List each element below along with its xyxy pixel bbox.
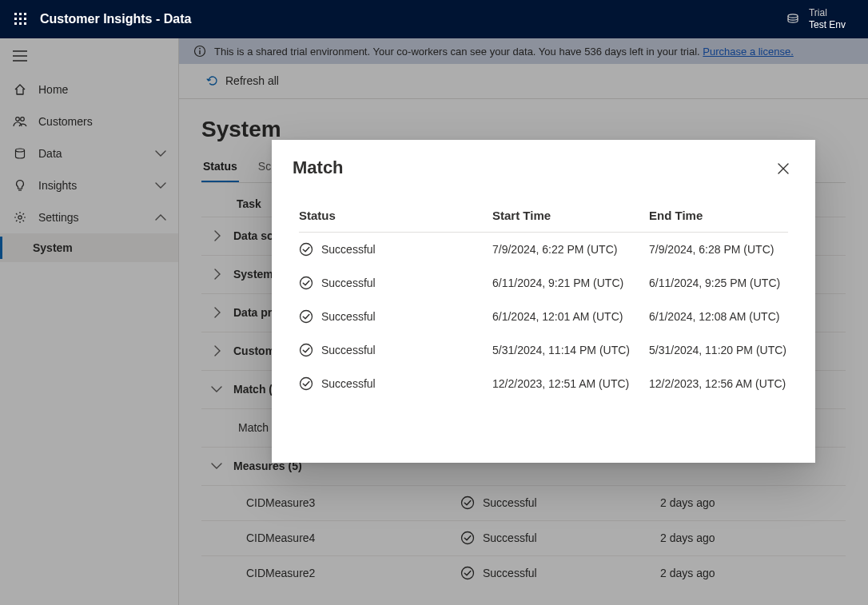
cell-end-time: 12/2/2023, 12:56 AM (UTC) bbox=[649, 377, 788, 390]
cell-start-time: 12/2/2023, 12:51 AM (UTC) bbox=[492, 377, 649, 390]
cell-status: Successful bbox=[321, 377, 376, 390]
svg-rect-8 bbox=[19, 22, 22, 25]
modal-col-start: Start Time bbox=[492, 209, 649, 222]
svg-rect-4 bbox=[14, 18, 17, 20]
cell-start-time: 5/31/2024, 11:14 PM (UTC) bbox=[492, 344, 649, 356]
modal-history-row: Successful7/9/2024, 6:22 PM (UTC)7/9/202… bbox=[299, 233, 788, 266]
cell-end-time: 5/31/2024, 11:20 PM (UTC) bbox=[649, 344, 788, 356]
environment-icon bbox=[785, 11, 801, 27]
environment-name: Test Env bbox=[809, 19, 846, 31]
cell-start-time: 6/11/2024, 9:21 PM (UTC) bbox=[492, 277, 649, 289]
cell-start-time: 7/9/2024, 6:22 PM (UTC) bbox=[492, 243, 649, 256]
success-icon bbox=[299, 376, 313, 391]
svg-rect-7 bbox=[14, 22, 17, 25]
cell-end-time: 6/11/2024, 9:25 PM (UTC) bbox=[649, 277, 788, 289]
modal-history-row: Successful5/31/2024, 11:14 PM (UTC)5/31/… bbox=[299, 333, 788, 367]
modal-col-status: Status bbox=[299, 209, 492, 222]
modal-history-row: Successful6/1/2024, 12:01 AM (UTC)6/1/20… bbox=[299, 300, 788, 333]
cell-status: Successful bbox=[321, 243, 376, 256]
modal-title: Match bbox=[293, 157, 772, 178]
modal-col-end: End Time bbox=[649, 209, 788, 222]
app-launcher-icon[interactable] bbox=[8, 6, 34, 32]
svg-rect-3 bbox=[24, 13, 26, 15]
modal-history-row: Successful12/2/2023, 12:51 AM (UTC)12/2/… bbox=[299, 367, 788, 400]
cell-status: Successful bbox=[321, 344, 376, 356]
modal-table-header: Status Start Time End Time bbox=[299, 194, 788, 233]
top-bar: Customer Insights - Data Trial Test Env bbox=[0, 0, 868, 38]
svg-rect-1 bbox=[14, 13, 17, 15]
match-history-dialog: Match Status Start Time End Time Success… bbox=[272, 140, 815, 463]
success-icon bbox=[299, 309, 313, 324]
modal-history-row: Successful6/11/2024, 9:21 PM (UTC)6/11/2… bbox=[299, 266, 788, 300]
cell-start-time: 6/1/2024, 12:01 AM (UTC) bbox=[492, 310, 649, 323]
svg-point-10 bbox=[788, 14, 798, 18]
cell-end-time: 7/9/2024, 6:28 PM (UTC) bbox=[649, 243, 788, 256]
svg-rect-9 bbox=[24, 22, 26, 25]
cell-status: Successful bbox=[321, 277, 376, 289]
cell-end-time: 6/1/2024, 12:08 AM (UTC) bbox=[649, 310, 788, 323]
success-icon bbox=[299, 242, 313, 257]
close-button[interactable] bbox=[772, 157, 794, 180]
success-icon bbox=[299, 343, 313, 357]
environment-label: Trial bbox=[809, 7, 846, 19]
cell-status: Successful bbox=[321, 310, 376, 323]
environment-picker[interactable]: Trial Test Env bbox=[785, 7, 846, 31]
svg-rect-2 bbox=[19, 13, 22, 15]
svg-rect-5 bbox=[19, 18, 22, 20]
product-title: Customer Insights - Data bbox=[40, 12, 191, 26]
svg-rect-6 bbox=[24, 18, 26, 20]
success-icon bbox=[299, 276, 313, 290]
close-icon bbox=[778, 163, 789, 174]
